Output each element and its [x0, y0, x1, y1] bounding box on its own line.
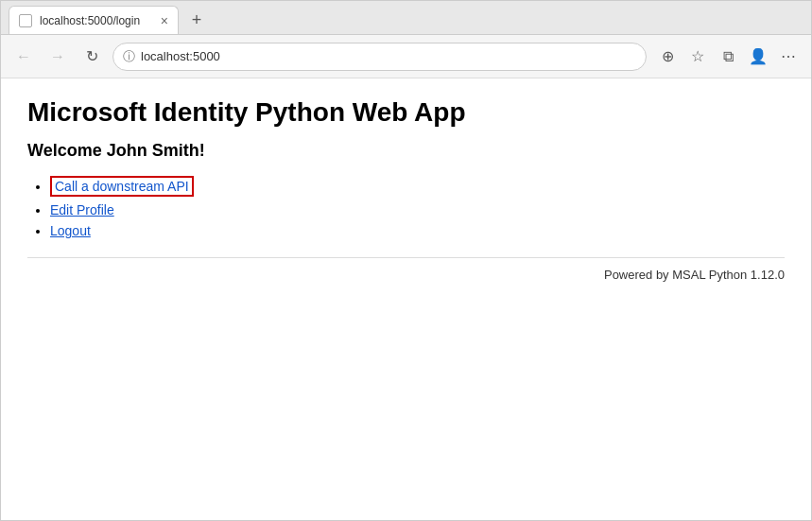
edit-profile-link[interactable]: Edit Profile — [50, 202, 114, 217]
list-item: Logout — [50, 223, 785, 238]
divider — [27, 257, 785, 258]
tab-title: localhost:5000/login — [40, 14, 140, 27]
new-tab-button[interactable]: + — [182, 6, 211, 34]
page-content: Microsoft Identity Python Web App Welcom… — [1, 78, 811, 520]
zoom-button[interactable]: ⊕ — [654, 43, 681, 70]
footer-text: Powered by MSAL Python 1.12.0 — [27, 268, 785, 282]
browser-window: localhost:5000/login × + ← → ↻ ⓘ localho… — [0, 0, 812, 521]
nav-list: Call a downstream API Edit Profile Logou… — [27, 176, 785, 238]
address-text: localhost:5000 — [141, 49, 220, 63]
info-icon: ⓘ — [123, 48, 135, 65]
call-api-link[interactable]: Call a downstream API — [50, 179, 194, 194]
bookmark-button[interactable]: ☆ — [684, 43, 711, 70]
forward-button[interactable]: → — [44, 43, 71, 70]
page-title: Microsoft Identity Python Web App — [27, 97, 785, 128]
address-input-wrap[interactable]: ⓘ localhost:5000 — [112, 43, 647, 71]
toolbar-icons: ⊕ ☆ ⧉ 👤 ⋯ — [654, 43, 802, 70]
back-button[interactable]: ← — [10, 43, 37, 70]
tab-favicon — [19, 14, 32, 27]
tab-close-button[interactable]: × — [161, 14, 168, 27]
list-item: Edit Profile — [50, 202, 785, 217]
list-item: Call a downstream API — [50, 176, 785, 197]
call-api-link-highlighted[interactable]: Call a downstream API — [50, 176, 194, 197]
logout-link[interactable]: Logout — [50, 223, 91, 238]
reload-button[interactable]: ↻ — [78, 43, 105, 70]
menu-button[interactable]: ⋯ — [775, 43, 802, 70]
profile-button[interactable]: 👤 — [745, 43, 771, 70]
browser-tab[interactable]: localhost:5000/login × — [9, 6, 179, 34]
address-bar: ← → ↻ ⓘ localhost:5000 ⊕ ☆ ⧉ 👤 ⋯ — [1, 35, 811, 78]
tab-manager-button[interactable]: ⧉ — [715, 43, 741, 70]
welcome-text: Welcome John Smith! — [27, 141, 785, 161]
tab-bar: localhost:5000/login × + — [1, 1, 811, 35]
